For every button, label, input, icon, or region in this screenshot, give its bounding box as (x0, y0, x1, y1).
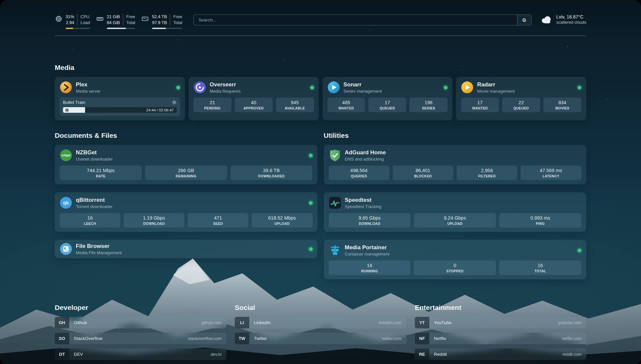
app-link-filebrowser[interactable]: File Browser Media File Management (60, 243, 122, 255)
app-link-radarr[interactable]: Radarr Movie management (461, 81, 515, 94)
stat-label: SERIES (411, 106, 446, 110)
weather-condition: scattered clouds (556, 20, 586, 25)
stat-box: 834 MOVIES (543, 98, 581, 112)
app-link-speedtest[interactable]: Speedtest Speedtest Tracking (329, 197, 382, 209)
app-title: AdGuard Home (345, 149, 386, 156)
bookmark-domain: linkedin.com (379, 317, 406, 328)
stat-box: 2,956 FILTERED (457, 166, 517, 180)
status-dot (309, 201, 313, 205)
stat-box: 47.569 ms LATENCY (521, 166, 581, 180)
bookmark-name: Twitter (249, 333, 267, 344)
section-title-media: Media (55, 64, 586, 72)
svg-text:nzbget: nzbget (61, 154, 70, 157)
bookmark-abbr: LI (235, 317, 249, 328)
stat-value: 17 (370, 100, 405, 105)
ram-total-value: 64 GiB (107, 20, 120, 26)
app-title: Media Portainer (345, 244, 390, 251)
cpu-icon (55, 14, 63, 23)
disk-free-value: 52.4 TB (152, 14, 167, 20)
app-card-speedtest: Speedtest Speedtest Tracking 9.65 Gbps D… (324, 192, 587, 232)
bookmark-linkedin[interactable]: LI LinkedIn linkedin.com (235, 317, 406, 328)
bookmark-name: YouTube (429, 317, 451, 328)
app-subtitle: Media server (76, 89, 101, 94)
overseerr-icon (194, 81, 206, 94)
bookmark-dev[interactable]: DT DEV dev.to (55, 349, 226, 360)
stat-label: REMAINING (147, 174, 226, 178)
bookmark-stackoverflow[interactable]: SO StackOverflow stackoverflow.com (55, 333, 226, 344)
disk-progress-fill (152, 28, 166, 29)
stat-box: 744.21 Mbps RATE (60, 166, 142, 180)
search-engine-button[interactable]: G (517, 15, 531, 25)
app-title: Overseerr (210, 81, 241, 88)
stat-value: 196 (411, 100, 446, 105)
app-subtitle: Torrent downloader (76, 204, 112, 209)
app-title: qBittorrent (76, 197, 112, 203)
app-link-qbittorrent[interactable]: qb qBittorrent Torrent downloader (60, 197, 112, 209)
app-title: Radarr (477, 81, 515, 88)
stat-value: 618.52 Mbps (253, 215, 311, 221)
app-link-nzbget[interactable]: nzbget NZBGet Usenet downloader (60, 149, 113, 162)
app-subtitle: Media File Management (76, 250, 122, 255)
stat-label: QUERIES (330, 174, 388, 178)
status-dot (309, 247, 313, 251)
bookmark-name: Netflix (429, 333, 446, 344)
app-link-portainer[interactable]: Media Portainer Container management (329, 244, 390, 257)
app-subtitle: Speedtest Tracking (345, 204, 382, 209)
bookmark-netflix[interactable]: NF Netflix netflix.com (415, 333, 586, 344)
bookmark-github[interactable]: GH Github github.com (55, 317, 226, 328)
stat-value: 498,564 (330, 168, 388, 173)
app-link-sonarr[interactable]: Sonarr Series management (327, 81, 382, 94)
ram-total-label: Total (126, 20, 135, 26)
app-title: NZBGet (76, 149, 113, 156)
bookmark-name: Github (69, 317, 87, 328)
section-entertainment: Entertainment YT YouTube youtube.com NF … (415, 304, 586, 364)
stat-value: 0.993 ms (501, 215, 580, 221)
stat-label: UPLOAD (415, 222, 494, 226)
now-playing-title: Bullet Train (63, 100, 85, 105)
sonarr-icon (327, 81, 340, 94)
app-link-adguard[interactable]: AdGuard Home DNS and adblocking (329, 149, 386, 162)
app-card-plex: Plex Media server Bullet Train (55, 77, 185, 120)
status-dot (444, 86, 447, 89)
section-title-utilities: Utilities (324, 132, 587, 139)
stat-value: 945 (278, 100, 312, 105)
weather-location: Lviv, 16.87°C (556, 14, 586, 19)
playback-time: 24:44 / 02:06:47 (146, 108, 174, 112)
section-utilities: Utilities AdGuard Home DNS and adb (324, 132, 587, 279)
app-title: Sonarr (344, 81, 382, 88)
stat-box: 0 STOPPED (414, 260, 496, 275)
stat-box: 17 QUEUED (368, 98, 406, 112)
search-input[interactable] (194, 15, 532, 25)
bookmark-youtube[interactable]: YT YouTube youtube.com (415, 317, 586, 328)
stat-label: PING (501, 222, 580, 226)
app-card-sonarr: Sonarr Series management 485 WANTED 17 (322, 77, 453, 120)
bookmark-reddit[interactable]: RE Reddit reddit.com (415, 349, 586, 360)
app-link-overseerr[interactable]: Overseerr Media Requests (194, 81, 241, 94)
stat-box: 485 WANTED (327, 98, 365, 112)
app-subtitle: Container management (345, 252, 390, 257)
section-documents: Documents & Files nzbget NZBGet Use (55, 132, 318, 279)
stat-label: PENDING (195, 106, 230, 110)
app-card-qbittorrent: qb qBittorrent Torrent downloader (55, 192, 318, 232)
app-title: File Browser (76, 243, 122, 250)
section-title-social: Social (235, 304, 406, 312)
stat-label: SEED (189, 222, 247, 226)
status-dot (310, 86, 314, 89)
bookmark-twitter[interactable]: TW Twitter twitter.com (235, 333, 406, 344)
search-bar: G (194, 15, 532, 25)
stat-box: 16 TOTAL (499, 260, 581, 275)
section-title-entertainment: Entertainment (415, 304, 586, 312)
stat-box: 21 PENDING (194, 98, 231, 112)
bookmark-abbr: TW (235, 333, 249, 344)
section-social: Social LI LinkedIn linkedin.com TW Twitt… (235, 304, 406, 364)
bookmark-abbr: SO (55, 333, 69, 344)
app-card-filebrowser: File Browser Media File Management (55, 240, 318, 258)
status-dot (176, 86, 180, 89)
playback-progress-bar: 24:44 / 02:06:47 (63, 107, 177, 113)
gear-icon[interactable] (172, 100, 177, 105)
bookmark-name: Reddit (429, 349, 447, 360)
stat-box: 471 SEED (188, 213, 248, 228)
stat-value: 744.21 Mbps (61, 168, 140, 173)
cpu-progress-bar (66, 28, 90, 29)
app-link-plex[interactable]: Plex Media server (60, 81, 101, 94)
